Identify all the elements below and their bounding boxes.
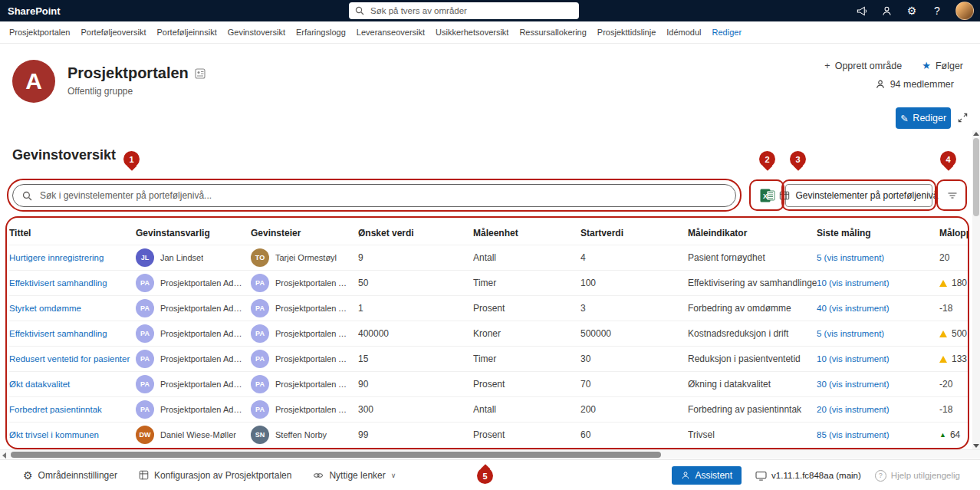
site-settings-link[interactable]: ⚙ Områdeinnstillinger [23, 470, 117, 481]
suite-search-input[interactable] [369, 5, 573, 16]
persona-gevinstansvarlig[interactable]: PAProsjektportalen Administrator [136, 299, 243, 317]
maloppnaelse-value: 64 [950, 429, 960, 440]
cell-gevinstansvarlig: PAProsjektportalen Administrator [136, 400, 251, 419]
persona-gevinstansvarlig[interactable]: DWDaniel Wiese-Møller [136, 426, 236, 444]
scroll-up-arrow-icon[interactable] [973, 132, 979, 136]
persona-gevinsteier[interactable]: PAProsjektportalen Administrator [251, 350, 350, 368]
expand-icon[interactable] [957, 112, 969, 124]
persona-name: Prosjektportalen Administrator [275, 405, 350, 414]
nav-item-prosjekttidslinje[interactable]: Prosjekttidslinje [597, 28, 656, 37]
cell-startverdi: 60 [580, 429, 688, 440]
suite-search-box[interactable] [349, 2, 579, 19]
cell-startverdi: 200 [580, 404, 688, 415]
scroll-down-arrow-icon[interactable] [973, 444, 979, 448]
table-row: Hurtigere innregistreringJLJan LindsetTO… [9, 245, 969, 270]
settings-gear-icon[interactable]: ⚙ [905, 4, 919, 18]
help-circle-icon: ? [875, 470, 886, 482]
column-header-siste-maling[interactable]: Siste måling [817, 228, 939, 238]
members-button[interactable]: 94 medlemmer [875, 79, 954, 90]
persona-gevinstansvarlig[interactable]: PAProsjektportalen Administrator [136, 350, 243, 368]
row-title-link[interactable]: Styrket omdømme [9, 304, 81, 313]
cell-onsket-verdi: 300 [358, 404, 473, 415]
siste-maling-link[interactable]: 10 (vis instrument) [817, 354, 890, 363]
nav-item-prosjektportalen[interactable]: Prosjektportalen [9, 28, 71, 37]
benefits-search-box[interactable] [12, 184, 736, 207]
persona-initials: PA [136, 274, 154, 292]
row-title-link[interactable]: Effektivisert samhandling [9, 278, 107, 288]
nav-item-erfaringslogg[interactable]: Erfaringslogg [296, 28, 346, 37]
plus-icon: + [824, 61, 830, 71]
nav-item-gevinstoversikt[interactable]: Gevinstoversikt [228, 28, 285, 37]
column-header-tittel[interactable]: Tittel [9, 228, 136, 238]
row-title-link[interactable]: Redusert ventetid for pasienter [9, 354, 130, 363]
column-header-maleindikator[interactable]: Måleindikator [688, 228, 817, 238]
user-avatar[interactable] [955, 2, 974, 20]
siste-maling-link[interactable]: 5 (vis instrument) [817, 329, 884, 338]
column-header-maloppnaelse[interactable]: Måloppnåelse [939, 228, 969, 238]
column-header-gevinstansvarlig[interactable]: Gevinstansvarlig [136, 228, 251, 238]
benefits-search-input[interactable] [38, 189, 726, 202]
persona-gevinstansvarlig[interactable]: PAProsjektportalen Administrator [136, 324, 243, 343]
megaphone-icon[interactable] [854, 4, 868, 18]
row-title-link[interactable]: Effektivisert samhandling [9, 329, 107, 338]
siste-maling-link[interactable]: 85 (vis instrument) [817, 430, 890, 439]
vertical-scrollbar-thumb[interactable] [973, 138, 979, 216]
warning-icon [939, 356, 947, 363]
column-header-maleenhet[interactable]: Måleenhet [473, 228, 580, 238]
siste-maling-link[interactable]: 20 (vis instrument) [817, 405, 890, 414]
persona-initials: DW [136, 426, 154, 444]
edit-page-button[interactable]: ✎ Rediger [896, 107, 951, 129]
help-icon[interactable]: ? [930, 4, 944, 18]
siste-maling-link[interactable]: 5 (vis instrument) [817, 253, 884, 262]
row-title-link[interactable]: Forbedret pasientinntak [9, 405, 102, 414]
assistant-button[interactable]: Assistent [672, 466, 742, 485]
filter-button[interactable] [942, 184, 963, 207]
create-site-button[interactable]: + Opprett område [824, 61, 902, 71]
persona-gevinstansvarlig[interactable]: PAProsjektportalen Administrator [136, 400, 243, 419]
nav-item-usikkerhetsoversikt[interactable]: Usikkerhetsoversikt [436, 28, 508, 37]
nav-item-ressursallokering[interactable]: Ressursallokering [519, 28, 586, 37]
persona-gevinsteier[interactable]: SNSteffen Norby [251, 426, 327, 444]
export-excel-button[interactable]: X [755, 184, 781, 207]
follow-button[interactable]: ★ Følger [922, 60, 963, 71]
row-title-link[interactable]: Hurtigere innregistrering [9, 253, 104, 262]
nav-item-portef-ljeoversikt[interactable]: Porteføljeoversikt [81, 28, 146, 37]
configuration-link[interactable]: Konfigurasjon av Prosjektportalen [139, 470, 291, 481]
siste-maling-link[interactable]: 40 (vis instrument) [817, 304, 890, 313]
row-title-link[interactable]: Økt trivsel i kommunen [9, 430, 99, 439]
row-title-link[interactable]: Økt datakvalitet [9, 380, 70, 389]
persona-gevinsteier[interactable]: PAProsjektportalen Administrator [251, 324, 350, 343]
siste-maling-link[interactable]: 10 (vis instrument) [817, 278, 890, 288]
site-logo[interactable]: A [12, 60, 55, 103]
persona-name: Tarjei Ormestøyl [275, 253, 337, 262]
scroll-left-arrow-icon[interactable] [2, 452, 6, 459]
account-icon[interactable] [880, 4, 893, 18]
persona-gevinsteier[interactable]: TOTarjei Ormestøyl [251, 248, 337, 267]
suite-actions: ⚙ ? [854, 0, 974, 21]
cell-gevinstansvarlig: JLJan Lindset [136, 248, 251, 267]
persona-gevinsteier[interactable]: PAProsjektportalen Administrator [251, 400, 350, 419]
column-header-gevinsteier[interactable]: Gevinsteier [251, 228, 358, 238]
column-header-onsket-verdi[interactable]: Ønsket verdi [358, 228, 473, 238]
cell-maleindikator: Forbedring av omdømme [688, 303, 817, 314]
cell-startverdi: 3 [580, 303, 688, 314]
persona-gevinsteier[interactable]: PAProsjektportalen Administrator [251, 375, 350, 393]
persona-gevinstansvarlig[interactable]: PAProsjektportalen Administrator [136, 274, 243, 292]
horizontal-scrollbar-thumb[interactable] [11, 452, 661, 458]
nav-item-rediger[interactable]: Rediger [712, 28, 742, 37]
siste-maling-link[interactable]: 30 (vis instrument) [817, 380, 890, 389]
column-header-startverdi[interactable]: Startverdi [580, 228, 688, 238]
persona-gevinstansvarlig[interactable]: JLJan Lindset [136, 248, 203, 267]
useful-links-menu[interactable]: Nyttige lenker ∨ [313, 470, 396, 481]
view-selector-button[interactable]: Gevinstelementer på porteføljenivå [785, 184, 932, 207]
nav-item-leveranseoversikt[interactable]: Leveranseoversikt [357, 28, 425, 37]
nav-item-portef-ljeinnsikt[interactable]: Porteføljeinnsikt [156, 28, 216, 37]
sharepoint-logo[interactable]: SharePoint [8, 5, 61, 17]
warning-icon [939, 331, 947, 337]
persona-gevinsteier[interactable]: PAProsjektportalen Administrator [251, 299, 350, 317]
nav-item-id-modul[interactable]: Idémodul [666, 28, 701, 37]
cell-tittel: Økt trivsel i kommunen [9, 430, 136, 439]
persona-gevinsteier[interactable]: PAProsjektportalen Administrator [251, 274, 350, 292]
persona-gevinstansvarlig[interactable]: PAProsjektportalen Administrator [136, 375, 243, 393]
maloppnaelse-value: -18 [939, 303, 952, 314]
